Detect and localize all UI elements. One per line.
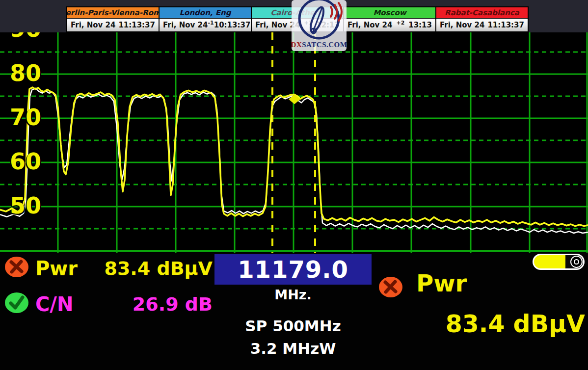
power-toggle[interactable] [533, 254, 585, 270]
bandwidth-readout: 3.2 MHzW [185, 340, 401, 357]
clock-date: Fri, Nov 24 [71, 21, 115, 29]
power-lock-x-icon [4, 256, 29, 278]
clock-date: Fri, Nov 24 [440, 21, 484, 29]
frequency-display[interactable]: 11179.0 [214, 254, 372, 285]
measurement-panel: Pwr 83.4 dBµV C/N 26.9 dB 11179.0 MHz. S… [0, 253, 588, 370]
satellite-dish-icon [292, 0, 347, 42]
clock-time: 13:13 [408, 21, 432, 29]
clock-city-label: London, Eng [160, 7, 251, 18]
spectrum-grid-svg [0, 32, 588, 253]
spectrum-plot: 90 80 70 60 50 [0, 32, 588, 253]
clock-time: 11:13:37 [118, 21, 155, 29]
power-label: Pwr [35, 259, 78, 278]
clock-utc-offset: -1 [208, 20, 214, 26]
clock-cell-berlin: Berlin-Paris-Vienna-Roma Fri, Nov 24 11:… [67, 7, 160, 31]
y-axis-label: 60 [10, 150, 41, 173]
logo-wordmark: DXSATCS.COM [291, 41, 347, 49]
clock-city-label: Moscow [344, 7, 435, 18]
clock-cell-rabat: Rabat-Casablanca Fri, Nov 24 11:13:37 [436, 7, 528, 31]
spectrum-analyzer-screen: Berlin-Paris-Vienna-Roma Fri, Nov 24 11:… [0, 0, 588, 370]
clock-date: Fri, Nov 24 [163, 21, 208, 29]
right-power-value: 83.4 dBµV [359, 312, 585, 336]
right-power-label: Pwr [416, 271, 467, 295]
clock-city-label: Berlin-Paris-Vienna-Roma [67, 7, 159, 18]
clock-cell-moscow: Moscow Fri, Nov 24 +2 13:13 [344, 7, 436, 31]
frequency-unit: MHz. [214, 287, 372, 302]
cn-value: 26.9 dB [74, 295, 213, 314]
clock-cell-london: London, Eng Fri, Nov 24 -1 10:13:37 [160, 7, 252, 31]
toggle-knob[interactable] [570, 256, 583, 268]
y-axis-label: 90 [10, 32, 41, 40]
frequency-value: 11179.0 [238, 258, 348, 281]
toggle-knob-ring [574, 259, 579, 264]
dxsatcs-logo: DXSATCS.COM [292, 0, 347, 51]
power-value: 83.4 dBµV [74, 259, 213, 278]
power-lock-x-icon [378, 276, 403, 298]
clock-date: Fri, Nov 24 [347, 21, 392, 29]
cn-label: C/N [35, 294, 73, 314]
clock-time: 11:13:37 [487, 21, 524, 29]
cn-check-icon [4, 291, 29, 314]
clock-time: 10:13:37 [214, 21, 251, 29]
y-axis-label: 70 [10, 106, 41, 129]
clock-city-label: Rabat-Casablanca [436, 7, 528, 18]
y-axis-label: 80 [10, 62, 41, 84]
y-axis-label: 50 [10, 194, 41, 217]
clock-utc-offset: +2 [392, 20, 408, 26]
